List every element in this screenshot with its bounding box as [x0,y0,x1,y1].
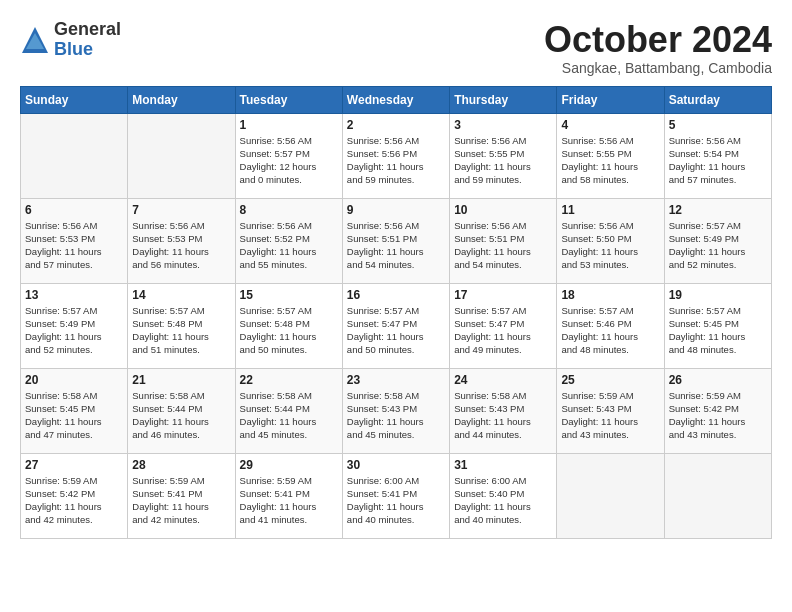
calendar-cell: 8Sunrise: 5:56 AM Sunset: 5:52 PM Daylig… [235,198,342,283]
calendar-cell: 15Sunrise: 5:57 AM Sunset: 5:48 PM Dayli… [235,283,342,368]
calendar-cell: 19Sunrise: 5:57 AM Sunset: 5:45 PM Dayli… [664,283,771,368]
calendar-cell: 12Sunrise: 5:57 AM Sunset: 5:49 PM Dayli… [664,198,771,283]
week-row-3: 13Sunrise: 5:57 AM Sunset: 5:49 PM Dayli… [21,283,772,368]
day-number: 27 [25,458,123,472]
calendar-cell: 28Sunrise: 5:59 AM Sunset: 5:41 PM Dayli… [128,453,235,538]
day-info: Sunrise: 5:57 AM Sunset: 5:47 PM Dayligh… [347,304,445,357]
day-info: Sunrise: 5:58 AM Sunset: 5:44 PM Dayligh… [132,389,230,442]
calendar-cell: 1Sunrise: 5:56 AM Sunset: 5:57 PM Daylig… [235,113,342,198]
day-number: 5 [669,118,767,132]
day-info: Sunrise: 5:57 AM Sunset: 5:48 PM Dayligh… [240,304,338,357]
day-info: Sunrise: 5:56 AM Sunset: 5:53 PM Dayligh… [25,219,123,272]
day-info: Sunrise: 5:56 AM Sunset: 5:56 PM Dayligh… [347,134,445,187]
calendar-cell: 25Sunrise: 5:59 AM Sunset: 5:43 PM Dayli… [557,368,664,453]
day-number: 23 [347,373,445,387]
weekday-header-row: SundayMondayTuesdayWednesdayThursdayFrid… [21,86,772,113]
calendar-cell: 11Sunrise: 5:56 AM Sunset: 5:50 PM Dayli… [557,198,664,283]
day-info: Sunrise: 5:56 AM Sunset: 5:55 PM Dayligh… [561,134,659,187]
day-number: 18 [561,288,659,302]
calendar-cell: 21Sunrise: 5:58 AM Sunset: 5:44 PM Dayli… [128,368,235,453]
day-info: Sunrise: 5:57 AM Sunset: 5:49 PM Dayligh… [669,219,767,272]
day-number: 2 [347,118,445,132]
calendar-cell: 27Sunrise: 5:59 AM Sunset: 5:42 PM Dayli… [21,453,128,538]
calendar-cell: 30Sunrise: 6:00 AM Sunset: 5:41 PM Dayli… [342,453,449,538]
page-header: General Blue October 2024 Sangkae, Batta… [20,20,772,76]
calendar-cell: 5Sunrise: 5:56 AM Sunset: 5:54 PM Daylig… [664,113,771,198]
day-number: 17 [454,288,552,302]
calendar-cell: 2Sunrise: 5:56 AM Sunset: 5:56 PM Daylig… [342,113,449,198]
day-number: 8 [240,203,338,217]
day-number: 16 [347,288,445,302]
day-number: 25 [561,373,659,387]
day-number: 31 [454,458,552,472]
calendar-cell: 26Sunrise: 5:59 AM Sunset: 5:42 PM Dayli… [664,368,771,453]
day-number: 9 [347,203,445,217]
day-number: 3 [454,118,552,132]
day-number: 29 [240,458,338,472]
day-number: 10 [454,203,552,217]
day-info: Sunrise: 5:56 AM Sunset: 5:51 PM Dayligh… [347,219,445,272]
day-number: 6 [25,203,123,217]
week-row-2: 6Sunrise: 5:56 AM Sunset: 5:53 PM Daylig… [21,198,772,283]
calendar-cell: 6Sunrise: 5:56 AM Sunset: 5:53 PM Daylig… [21,198,128,283]
calendar-cell: 9Sunrise: 5:56 AM Sunset: 5:51 PM Daylig… [342,198,449,283]
calendar-cell: 22Sunrise: 5:58 AM Sunset: 5:44 PM Dayli… [235,368,342,453]
calendar-table: SundayMondayTuesdayWednesdayThursdayFrid… [20,86,772,539]
day-number: 19 [669,288,767,302]
logo: General Blue [20,20,121,60]
day-number: 21 [132,373,230,387]
calendar-cell: 20Sunrise: 5:58 AM Sunset: 5:45 PM Dayli… [21,368,128,453]
location-subtitle: Sangkae, Battambang, Cambodia [544,60,772,76]
weekday-header-friday: Friday [557,86,664,113]
calendar-cell: 13Sunrise: 5:57 AM Sunset: 5:49 PM Dayli… [21,283,128,368]
day-info: Sunrise: 5:56 AM Sunset: 5:54 PM Dayligh… [669,134,767,187]
weekday-header-saturday: Saturday [664,86,771,113]
day-info: Sunrise: 5:57 AM Sunset: 5:45 PM Dayligh… [669,304,767,357]
weekday-header-sunday: Sunday [21,86,128,113]
day-info: Sunrise: 5:56 AM Sunset: 5:53 PM Dayligh… [132,219,230,272]
month-title: October 2024 [544,20,772,60]
week-row-4: 20Sunrise: 5:58 AM Sunset: 5:45 PM Dayli… [21,368,772,453]
day-info: Sunrise: 5:57 AM Sunset: 5:48 PM Dayligh… [132,304,230,357]
calendar-cell: 31Sunrise: 6:00 AM Sunset: 5:40 PM Dayli… [450,453,557,538]
day-info: Sunrise: 5:56 AM Sunset: 5:52 PM Dayligh… [240,219,338,272]
day-number: 24 [454,373,552,387]
week-row-5: 27Sunrise: 5:59 AM Sunset: 5:42 PM Dayli… [21,453,772,538]
day-number: 14 [132,288,230,302]
day-info: Sunrise: 5:59 AM Sunset: 5:42 PM Dayligh… [669,389,767,442]
day-info: Sunrise: 5:58 AM Sunset: 5:43 PM Dayligh… [454,389,552,442]
calendar-cell: 23Sunrise: 5:58 AM Sunset: 5:43 PM Dayli… [342,368,449,453]
calendar-cell: 17Sunrise: 5:57 AM Sunset: 5:47 PM Dayli… [450,283,557,368]
day-info: Sunrise: 5:59 AM Sunset: 5:41 PM Dayligh… [132,474,230,527]
day-number: 1 [240,118,338,132]
calendar-cell: 14Sunrise: 5:57 AM Sunset: 5:48 PM Dayli… [128,283,235,368]
weekday-header-tuesday: Tuesday [235,86,342,113]
logo-general-text: General [54,20,121,40]
day-info: Sunrise: 6:00 AM Sunset: 5:41 PM Dayligh… [347,474,445,527]
day-number: 4 [561,118,659,132]
weekday-header-thursday: Thursday [450,86,557,113]
calendar-cell: 4Sunrise: 5:56 AM Sunset: 5:55 PM Daylig… [557,113,664,198]
calendar-cell: 18Sunrise: 5:57 AM Sunset: 5:46 PM Dayli… [557,283,664,368]
calendar-cell [21,113,128,198]
logo-blue-text: Blue [54,40,121,60]
day-number: 30 [347,458,445,472]
day-info: Sunrise: 5:56 AM Sunset: 5:55 PM Dayligh… [454,134,552,187]
calendar-cell: 7Sunrise: 5:56 AM Sunset: 5:53 PM Daylig… [128,198,235,283]
day-info: Sunrise: 5:59 AM Sunset: 5:43 PM Dayligh… [561,389,659,442]
calendar-cell: 10Sunrise: 5:56 AM Sunset: 5:51 PM Dayli… [450,198,557,283]
day-info: Sunrise: 5:56 AM Sunset: 5:50 PM Dayligh… [561,219,659,272]
calendar-cell [557,453,664,538]
day-info: Sunrise: 5:57 AM Sunset: 5:46 PM Dayligh… [561,304,659,357]
title-block: October 2024 Sangkae, Battambang, Cambod… [544,20,772,76]
day-number: 11 [561,203,659,217]
calendar-cell [664,453,771,538]
calendar-cell: 29Sunrise: 5:59 AM Sunset: 5:41 PM Dayli… [235,453,342,538]
day-number: 13 [25,288,123,302]
day-info: Sunrise: 5:56 AM Sunset: 5:51 PM Dayligh… [454,219,552,272]
calendar-cell: 16Sunrise: 5:57 AM Sunset: 5:47 PM Dayli… [342,283,449,368]
day-number: 22 [240,373,338,387]
logo-icon [20,25,50,55]
week-row-1: 1Sunrise: 5:56 AM Sunset: 5:57 PM Daylig… [21,113,772,198]
day-number: 26 [669,373,767,387]
